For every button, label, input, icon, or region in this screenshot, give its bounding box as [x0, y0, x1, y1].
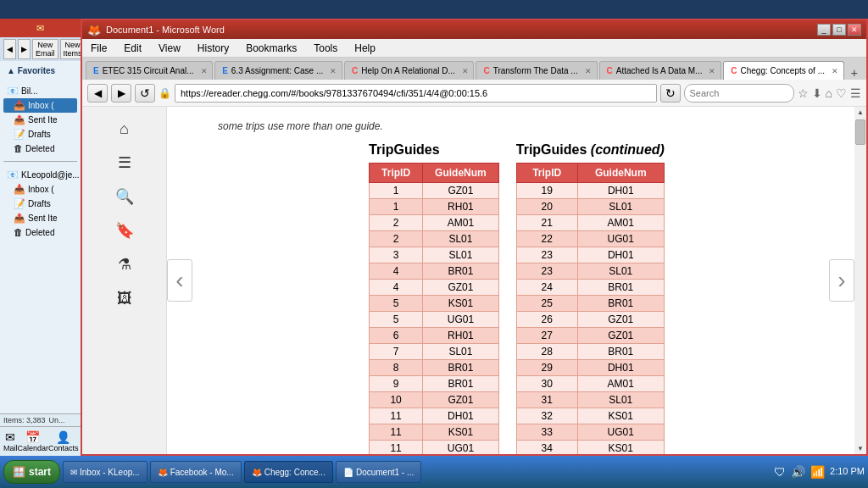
- close-button[interactable]: ✕: [848, 24, 861, 36]
- table-cell: BR01: [577, 280, 664, 296]
- tab-close-2[interactable]: ✕: [462, 67, 469, 75]
- tab-close-3[interactable]: ✕: [585, 67, 592, 75]
- folder-sent-bil[interactable]: 📤 Sent Ite: [3, 113, 77, 127]
- outlook-icon: ✉: [36, 23, 44, 34]
- next-page-button[interactable]: ›: [829, 259, 854, 302]
- bookmark-star-icon[interactable]: ☆: [798, 86, 809, 100]
- tab-close-1[interactable]: ✕: [330, 67, 337, 75]
- menu-icon[interactable]: ☰: [850, 86, 861, 100]
- new-tab-button[interactable]: +: [846, 66, 863, 80]
- table-cell: UG01: [577, 231, 664, 247]
- sidebar-list-btn[interactable]: ☰: [95, 147, 154, 178]
- new-email-button[interactable]: New Email: [32, 39, 58, 59]
- folder-deleted-bil[interactable]: 🗑 Deleted: [3, 141, 77, 155]
- start-label: start: [29, 466, 51, 478]
- sidebar-flask-btn[interactable]: ⚗: [95, 249, 154, 280]
- taskbar-item-3[interactable]: 📄 Document1 - ...: [336, 461, 421, 483]
- download-icon[interactable]: ⬇: [812, 86, 822, 100]
- taskbar-item-1[interactable]: 🦊 Facebook - Mo...: [150, 461, 242, 483]
- tab-label-5: Chegg: Concepts of ...: [740, 66, 825, 75]
- menu-tools[interactable]: Tools: [309, 41, 342, 56]
- table-cell: 4: [370, 280, 423, 296]
- status-text: Un...: [49, 416, 65, 424]
- table-cell: KS01: [577, 408, 664, 424]
- menu-edit[interactable]: Edit: [119, 41, 147, 56]
- table-row: 21AM01: [516, 215, 664, 231]
- table-cell: 5: [370, 296, 423, 312]
- menu-bookmarks[interactable]: Bookmarks: [241, 41, 302, 56]
- table-cell: BR01: [423, 376, 499, 392]
- table-row: 8BR01: [370, 360, 499, 376]
- folder-inbox-bil[interactable]: 📥 Inbox (: [3, 98, 77, 113]
- scroll-down-button[interactable]: ▼: [855, 443, 865, 454]
- back-button[interactable]: ◀: [3, 39, 16, 59]
- calendar-nav-item[interactable]: 📅 Calendar: [18, 430, 49, 452]
- folder-drafts-bil[interactable]: 📝 Drafts: [3, 127, 77, 141]
- back-nav-button[interactable]: ◀: [87, 84, 108, 103]
- taskbar-item-0[interactable]: ✉ Inbox - KLeop...: [63, 461, 147, 483]
- refresh-nav-button[interactable]: ↺: [135, 84, 155, 103]
- sidebar-image-btn[interactable]: 🖼: [95, 283, 154, 313]
- url-input[interactable]: [175, 84, 657, 103]
- tab-1[interactable]: E 6.3 Assignment: Case ... ✕: [214, 61, 342, 80]
- scroll-thumb[interactable]: [855, 119, 865, 145]
- mail-nav-item[interactable]: ✉ Mail: [3, 430, 18, 452]
- forward-button[interactable]: ▶: [18, 39, 31, 59]
- list-sidebar-icon: ☰: [118, 153, 131, 172]
- start-button[interactable]: 🪟 start: [3, 460, 60, 484]
- menu-history[interactable]: History: [192, 41, 234, 56]
- sidebar-home-btn[interactable]: ⌂: [95, 114, 154, 144]
- tab-close-5[interactable]: ✕: [832, 67, 838, 75]
- inbox-kl-icon: 📥: [14, 184, 25, 195]
- sidebar-search-btn[interactable]: 🔍: [95, 181, 154, 212]
- contacts-label: Contacts: [48, 444, 79, 452]
- table-cell: 26: [516, 312, 577, 328]
- menu-file[interactable]: File: [86, 41, 112, 56]
- tab-0[interactable]: E ETEC 315 Circuit Anal... ✕: [86, 61, 213, 80]
- table-cell: 28: [516, 344, 577, 360]
- folder-drafts-kl[interactable]: 📝 Drafts: [3, 197, 77, 211]
- lock-icon: 🔒: [159, 87, 171, 99]
- calendar-label: Calendar: [18, 444, 49, 452]
- page-content[interactable]: ‹ › some trips use more than one guide. …: [167, 107, 866, 454]
- tab-close-4[interactable]: ✕: [709, 67, 715, 75]
- table-cell: SL01: [423, 231, 499, 247]
- prev-page-button[interactable]: ‹: [167, 259, 192, 302]
- folder-deleted-kl[interactable]: 🗑 Deleted: [3, 225, 77, 239]
- contacts-nav-item[interactable]: 👤 Contacts: [48, 430, 79, 452]
- menu-help[interactable]: Help: [349, 41, 381, 56]
- search-input[interactable]: [684, 84, 794, 103]
- tab-3[interactable]: C Transform The Data ... ✕: [476, 61, 597, 80]
- right-table-title: TripGuides (continued): [516, 142, 665, 158]
- table-cell: 5: [370, 312, 423, 328]
- forward-nav-button[interactable]: ▶: [111, 84, 131, 103]
- folder-kleopold-header[interactable]: 📧 KLeopold@je...: [3, 168, 77, 182]
- left-table: TripID GuideNum 1GZ011RH012AM012SL013SL0…: [369, 163, 499, 454]
- home-icon[interactable]: ⌂: [826, 86, 832, 100]
- taskbar-item-2[interactable]: 🦊 Chegg: Conce...: [244, 461, 333, 483]
- bookmark-sidebar-icon: 🔖: [115, 221, 134, 240]
- tab-4[interactable]: C Attached Is A Data M... ✕: [599, 61, 722, 80]
- minimize-button[interactable]: _: [817, 24, 831, 36]
- tab-2[interactable]: C Help On A Relational D... ✕: [344, 61, 474, 80]
- folder-bil-header[interactable]: 📧 Bil...: [3, 84, 77, 98]
- tab-close-0[interactable]: ✕: [201, 67, 208, 75]
- table-row: 4BR01: [370, 263, 499, 280]
- folder-sent-kl[interactable]: 📤 Sent Ite: [3, 211, 77, 225]
- tab-5[interactable]: C Chegg: Concepts of ... ✕: [723, 61, 844, 80]
- folder-inbox-kl[interactable]: 📥 Inbox (: [3, 182, 77, 197]
- sidebar-bookmark-btn[interactable]: 🔖: [95, 215, 154, 246]
- maximize-button[interactable]: □: [832, 24, 846, 36]
- scrollbar[interactable]: ▲ ▼: [854, 107, 866, 454]
- menu-view[interactable]: View: [153, 41, 186, 56]
- table-cell: 21: [516, 215, 577, 231]
- sent-kl-icon: 📤: [14, 213, 25, 224]
- heart-icon[interactable]: ♡: [836, 86, 847, 100]
- table-cell: 32: [516, 408, 577, 424]
- taskbar-right: 🛡 🔊 📶 2:10 PM: [774, 465, 865, 479]
- reload-button[interactable]: ↻: [660, 84, 681, 103]
- inbox-kl-label: Inbox (: [28, 185, 54, 194]
- scroll-up-button[interactable]: ▲: [855, 107, 865, 118]
- table-row: 31SL01: [516, 392, 664, 408]
- browser-sidebar: ⌂ ☰ 🔍 🔖 ⚗ 🖼: [82, 107, 167, 454]
